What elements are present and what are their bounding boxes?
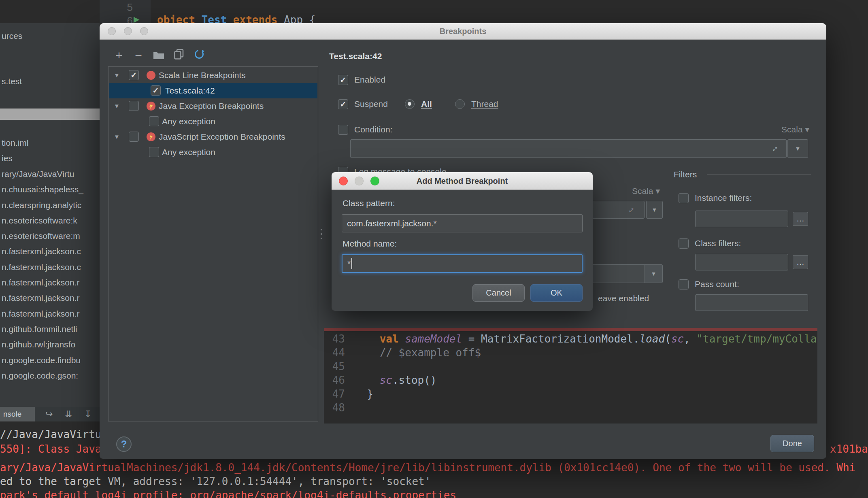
project-panel: urces s.test tion.iml ies rary/Java/Java… (0, 23, 100, 421)
group-checkbox[interactable] (129, 101, 139, 111)
item-checkbox[interactable] (149, 147, 159, 157)
chevron-down-icon[interactable]: ▼ (114, 68, 120, 83)
tree-item-any-exception[interactable]: Any exception (109, 145, 317, 160)
item-checkbox[interactable]: ✓ (151, 85, 161, 96)
condition-history-dropdown[interactable]: ▼ (787, 139, 808, 158)
enabled-label: Enabled (354, 74, 385, 85)
tree-group-javascript-exception[interactable]: ▼ JavaScript Exception Breakpoints (109, 129, 317, 145)
group-checkbox[interactable]: ✓ (129, 70, 139, 80)
pass-count-label: Pass count: (695, 279, 739, 290)
add-breakpoint-button[interactable]: + (111, 47, 127, 64)
library-item[interactable]: n.fasterxml.jackson.c (2, 260, 100, 275)
project-item[interactable]: s.test (2, 74, 100, 89)
condition-label: Condition: (354, 124, 393, 135)
suspend-checkbox[interactable]: ✓ (338, 99, 348, 109)
sync-icon[interactable] (191, 47, 207, 64)
condition-input[interactable] (350, 139, 787, 158)
group-by-folder-icon[interactable] (151, 47, 167, 64)
scroll-down-icon[interactable]: ⇊ (65, 407, 72, 421)
instance-filters-input[interactable] (695, 211, 788, 227)
item-checkbox[interactable] (149, 116, 159, 126)
console-tabbar: nsole ↪ ⇊ ↧ (0, 407, 100, 421)
modal-title: Add Method Breakpoint (332, 172, 593, 190)
dialog-title: Breakpoints (100, 23, 826, 40)
library-item[interactable]: n.fasterxml.jackson.r (2, 306, 100, 321)
editor-gutter: 5 6 (100, 0, 151, 23)
run-icon[interactable]: ▶ (134, 15, 140, 23)
condition-checkbox[interactable] (338, 125, 348, 135)
code-row: 47 } (324, 387, 817, 401)
exception-breakpoint-icon (147, 102, 155, 111)
pass-count-input[interactable] (695, 294, 808, 311)
library-item[interactable]: n.github.fommil.netli (2, 321, 100, 337)
chevron-down-icon[interactable]: ▼ (114, 129, 120, 145)
project-item[interactable]: ies (2, 151, 100, 166)
library-item[interactable]: n.fasterxml.jackson.r (2, 275, 100, 290)
class-pattern-input[interactable]: com.fasterxml.jackson.* (342, 214, 583, 232)
console-tab[interactable]: nsole (0, 407, 35, 421)
log-language-selector[interactable]: Scala ▾ (632, 185, 660, 197)
project-item[interactable]: urces (2, 28, 100, 44)
suspend-thread-label: Thread (471, 98, 498, 110)
panel-band (0, 109, 100, 120)
library-item[interactable]: n.esotericsoftware:k (2, 213, 100, 228)
code-line: object Test extends App { (157, 13, 315, 23)
console-line: //Java/JavaVirtu (0, 428, 101, 441)
enabled-checkbox[interactable]: ✓ (338, 75, 348, 85)
console-line: park's default log4j profile: org/apache… (0, 489, 456, 498)
library-item[interactable]: n.chuusai:shapeless_ (2, 182, 100, 197)
line-number: 5 (108, 1, 133, 14)
cancel-button[interactable]: Cancel (472, 284, 525, 302)
class-filters-checkbox[interactable] (679, 238, 689, 249)
chevron-down-icon[interactable]: ▼ (114, 98, 120, 114)
remove-breakpoint-button[interactable]: − (130, 47, 147, 64)
tree-group-java-exception[interactable]: ▼ Java Exception Breakpoints (109, 98, 317, 114)
library-item[interactable]: n.github.rwl:jtransfo (2, 337, 100, 352)
splitter-handle[interactable] (321, 229, 323, 245)
line-number: 6 (108, 14, 133, 23)
library-item[interactable]: n.fasterxml.jackson.c (2, 244, 100, 259)
help-button[interactable]: ? (116, 436, 132, 452)
code-row: 46 sc.stop() (324, 373, 817, 387)
pass-count-checkbox[interactable] (679, 279, 689, 289)
instance-filters-browse-button[interactable]: … (793, 212, 808, 226)
library-item[interactable]: n.esotericsoftware:m (2, 228, 100, 244)
tree-item-test-scala-42[interactable]: ✓ Test.scala:42 (109, 83, 317, 98)
library-list: rary/Java/JavaVirtu n.chuusai:shapeless_… (2, 166, 100, 383)
library-item[interactable]: n.fasterxml.jackson.r (2, 290, 100, 306)
filters-divider (707, 175, 811, 175)
library-item[interactable]: n.google.code.findbu (2, 353, 100, 368)
breakpoint-line-highlight (324, 328, 817, 331)
suspend-label: Suspend (354, 98, 388, 110)
console-line: ary/Java/JavaVirtualMachines/jdk1.8.0_14… (0, 462, 855, 474)
class-filters-browse-button[interactable]: … (793, 255, 808, 269)
combobox-arrow[interactable]: ▼ (645, 265, 662, 283)
tree-group-scala-line[interactable]: ▼ ✓ Scala Line Breakpoints (109, 68, 317, 83)
class-filters-input[interactable] (695, 254, 788, 270)
condition-language-selector[interactable]: Scala ▾ (781, 124, 809, 135)
tree-item-any-exception[interactable]: Any exception (109, 114, 317, 129)
log-history-dropdown[interactable]: ▼ (646, 201, 663, 219)
instance-filters-checkbox[interactable] (679, 193, 689, 203)
class-filters-label: Class filters: (695, 238, 741, 249)
group-checkbox[interactable] (129, 132, 139, 142)
code-row: 45 (324, 360, 817, 373)
suspend-all-radio[interactable] (405, 99, 415, 109)
soft-wrap-icon[interactable]: ↪ (45, 407, 53, 421)
modal-titlebar: Add Method Breakpoint (332, 172, 593, 190)
library-item[interactable]: rary/Java/JavaVirtu (2, 166, 100, 182)
suspend-thread-radio[interactable] (455, 99, 465, 109)
method-name-value: * (347, 259, 351, 268)
project-item[interactable]: tion.iml (2, 135, 100, 151)
library-item[interactable]: n.google.code.gson: (2, 368, 100, 383)
console-line: ed to the target VM, address: '127.0.0.1… (0, 475, 431, 487)
method-name-input[interactable]: * (342, 254, 583, 273)
library-item[interactable]: n.clearspring.analytic (2, 198, 100, 213)
class-pattern-value: com.fasterxml.jackson.* (347, 219, 437, 228)
copy-icon[interactable] (171, 47, 187, 64)
done-button[interactable]: Done (770, 435, 814, 452)
leave-enabled-label-fragment: eave enabled (598, 293, 649, 304)
scroll-to-end-icon[interactable]: ↧ (84, 407, 91, 421)
dialog-titlebar: Breakpoints (100, 23, 826, 40)
ok-button[interactable]: OK (530, 284, 583, 302)
